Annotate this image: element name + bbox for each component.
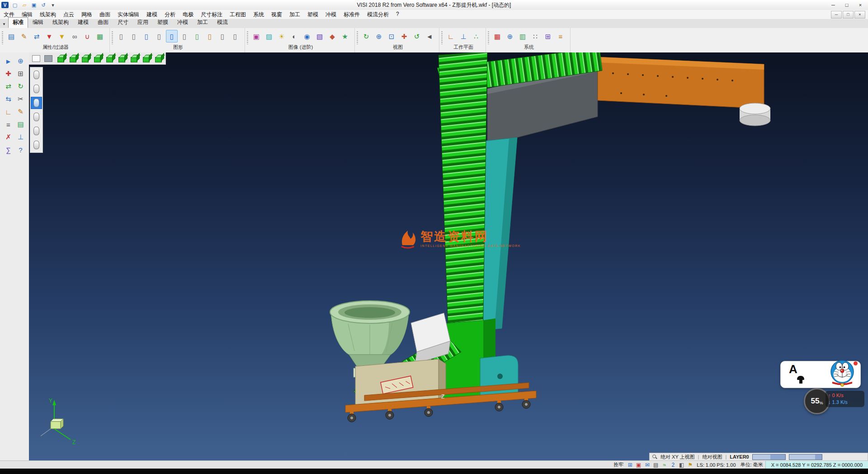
mask-filter-icon[interactable]: ▦ <box>94 30 106 43</box>
view-mode-label[interactable]: 绝对 XY 上视图 <box>660 454 695 460</box>
back-view-icon[interactable] <box>104 53 115 64</box>
tab-modeling[interactable]: 建模 <box>73 17 93 28</box>
printer-icon[interactable]: ▤ <box>651 462 660 468</box>
tab-wireframe[interactable]: 线架构 <box>48 17 73 28</box>
background-icon[interactable]: ▧ <box>314 30 326 43</box>
filter-surfaces-icon[interactable] <box>31 111 42 123</box>
overlay-assistant-widget[interactable]: A <box>780 361 861 388</box>
menu-standard-parts[interactable]: 标准件 <box>340 10 363 19</box>
axonometric-view-icon[interactable] <box>140 53 152 64</box>
open-file-icon[interactable]: ▱ <box>20 1 29 9</box>
lighting-icon[interactable]: ☀ <box>276 30 288 43</box>
filter-curves-icon[interactable] <box>31 97 42 109</box>
mdi-close-button[interactable]: × <box>854 11 865 19</box>
redraw-icon[interactable]: ↻ <box>360 30 372 43</box>
tab-dropdown-icon[interactable]: ▼ <box>0 22 8 28</box>
viewport-layout-icon[interactable] <box>30 53 42 64</box>
render-settings-icon[interactable]: ▣ <box>250 30 262 43</box>
grid-icon[interactable]: ⊞ <box>15 68 27 80</box>
filter-red-icon[interactable]: ▼ <box>43 30 55 43</box>
texture-icon[interactable]: ▨ <box>263 30 275 43</box>
blank-element-icon[interactable]: ▯ <box>217 30 228 43</box>
filter-all-icon[interactable] <box>31 69 42 81</box>
undo-icon[interactable]: ↺ <box>39 1 48 9</box>
menu-help[interactable]: ? <box>392 10 403 19</box>
tab-surface[interactable]: 曲面 <box>93 17 113 28</box>
left-view-icon[interactable] <box>116 53 127 64</box>
profile-lock-icon[interactable]: ▣ <box>634 462 643 468</box>
zoom-select-icon[interactable]: ⊕ <box>15 55 27 67</box>
maximize-button[interactable]: □ <box>840 0 854 9</box>
bottom-view-icon[interactable] <box>128 53 140 64</box>
mirror-icon[interactable]: ⇆ <box>3 93 14 105</box>
menu-system[interactable]: 系统 <box>250 10 268 19</box>
menu-window[interactable]: 视窗 <box>268 10 286 19</box>
zoom-window-icon[interactable]: ⊡ <box>386 30 397 43</box>
camera-icon[interactable]: ◉ <box>301 30 313 43</box>
workplane-3pt-icon[interactable]: ∴ <box>470 30 482 43</box>
pan-icon[interactable]: ✚ <box>398 30 410 43</box>
new-document-icon[interactable]: ▢ <box>10 1 19 9</box>
graphics-viewport[interactable]: Z Y Z <box>29 52 868 461</box>
filter-meshes-icon[interactable] <box>31 139 42 151</box>
tab-die[interactable]: 冲模 <box>173 17 193 28</box>
active-layer-label[interactable]: LAYER0 <box>730 454 749 460</box>
status-indicator-bar-2[interactable] <box>789 454 822 460</box>
translate-icon[interactable]: ⇄ <box>3 81 14 92</box>
mesh-display-icon[interactable]: ▯ <box>166 30 178 43</box>
previous-view-icon[interactable]: ◄ <box>424 30 435 43</box>
tab-edit[interactable]: 编辑 <box>28 17 48 28</box>
calculator-icon[interactable]: ⊞ <box>542 30 554 43</box>
magnet-filter-icon[interactable]: ∪ <box>81 30 93 43</box>
quick-access-dropdown-icon[interactable]: ▾ <box>48 1 57 9</box>
swap-attributes-icon[interactable]: ⇄ <box>31 30 42 43</box>
mdi-minimize-button[interactable]: ─ <box>831 11 842 19</box>
solid-display-icon[interactable]: ▯ <box>153 30 165 43</box>
sketch-icon[interactable]: ✎ <box>15 106 27 118</box>
snap-settings-icon[interactable]: ∷ <box>529 30 541 43</box>
attributes-icon[interactable]: ▤ <box>15 118 27 130</box>
text-tool-icon[interactable]: A <box>789 362 797 376</box>
unblank-element-icon[interactable]: ▯ <box>229 30 241 43</box>
filter-points-icon[interactable] <box>31 83 42 95</box>
color-table-icon[interactable]: ▦ <box>491 30 503 43</box>
filter-yellow-icon[interactable]: ▼ <box>56 30 68 43</box>
system-settings-icon[interactable]: ≡ <box>555 30 566 43</box>
absolute-view-label[interactable]: 绝对视图 <box>702 454 722 460</box>
measure-icon[interactable]: ∟ <box>3 106 14 118</box>
search-icon[interactable] <box>652 455 657 460</box>
material-icon[interactable]: ◆ <box>326 30 338 43</box>
single-view-icon[interactable] <box>42 53 54 64</box>
show-all-icon[interactable]: ▯ <box>204 30 216 43</box>
close-button[interactable]: × <box>854 0 867 9</box>
snap-toggle-icon[interactable]: ⊞ <box>626 462 634 468</box>
stamp-tool-icon[interactable] <box>797 376 804 384</box>
shade-toggle-icon[interactable]: ◧ <box>677 462 686 468</box>
delete-icon[interactable]: ✗ <box>3 131 14 143</box>
lock-mode-label[interactable]: 拴牢 <box>611 461 626 468</box>
save-icon[interactable]: ▣ <box>29 1 38 9</box>
snap-icon[interactable]: ✚ <box>3 68 14 80</box>
tab-dimension[interactable]: 尺寸 <box>113 17 133 28</box>
filter-solids-icon[interactable] <box>31 125 42 137</box>
menu-flow-analysis[interactable]: 模流分析 <box>363 10 392 19</box>
tab-standard[interactable]: 标准 <box>8 17 28 28</box>
assistant-2d-icon[interactable]: 2 <box>669 462 677 468</box>
front-view-icon[interactable] <box>67 53 79 64</box>
os-taskbar[interactable] <box>0 469 868 474</box>
menu-die[interactable]: 冲模 <box>322 10 340 19</box>
mail-icon[interactable]: ✉ <box>643 462 651 468</box>
help-icon[interactable]: ? <box>15 144 27 156</box>
rotate-view-icon[interactable]: ↺ <box>411 30 423 43</box>
doraemon-mascot-icon[interactable] <box>830 360 855 388</box>
menu-machining[interactable]: 加工 <box>286 10 304 19</box>
surface-display-icon[interactable]: ▯ <box>141 30 152 43</box>
top-view-icon[interactable] <box>79 53 91 64</box>
tab-mold[interactable]: 塑膜 <box>153 17 173 28</box>
isometric-view-icon[interactable] <box>55 53 66 64</box>
grid-table-icon[interactable]: ▥ <box>517 30 528 43</box>
status-indicator-bar-1[interactable] <box>752 454 786 460</box>
workplane-align-icon[interactable]: ⊥ <box>458 30 469 43</box>
tab-machining[interactable]: 加工 <box>193 17 212 28</box>
rotate-icon[interactable]: ↻ <box>15 81 27 92</box>
